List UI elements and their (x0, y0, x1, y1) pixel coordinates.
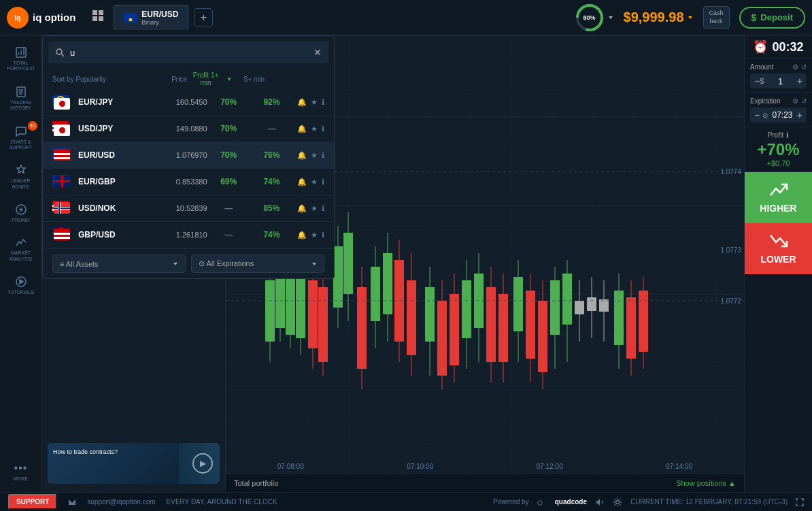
right-panel: ⏰ 00:32 Amount ⚙ ↺ − $ 1 + Expi (744, 35, 812, 492)
sort-label[interactable]: Sort by Popularity (52, 76, 106, 83)
profit5min-header[interactable]: 5+ min (244, 76, 265, 83)
search-row-pair: EUR/JPY (78, 97, 164, 107)
svg-point-23 (56, 49, 62, 54)
search-row-profit1: 70% (207, 97, 250, 107)
search-row-actions: 🔔 ★ ℹ (297, 125, 324, 133)
search-row[interactable]: GBP/USD 1.261810 — 74% 🔔 ★ ℹ (43, 222, 334, 248)
svg-rect-54 (407, 280, 416, 355)
svg-rect-78 (562, 274, 572, 325)
all-expirations-filter[interactable]: ⊙ All Expirations (191, 254, 324, 273)
sidebar-item-portfolio[interactable]: TOTALPORTFOLIO (0, 41, 41, 78)
higher-button[interactable]: HIGHER (745, 172, 812, 223)
search-table-header: Sort by Popularity Price Profit 1+ min ▼… (43, 69, 334, 89)
progress-label: 80% (583, 14, 596, 21)
search-icon (55, 48, 65, 57)
svg-rect-44 (343, 233, 353, 294)
search-row-actions: 🔔 ★ ℹ (297, 231, 324, 240)
sidebar-item-tutorials[interactable]: TUTORIALS (0, 270, 41, 300)
search-row-price: 1.076970 (164, 151, 207, 159)
amount-settings-icon[interactable]: ⚙ (792, 63, 798, 71)
svg-rect-30 (265, 280, 275, 342)
search-row-profit1: 69% (207, 177, 250, 186)
support-button[interactable]: SUPPORT (8, 494, 57, 510)
sound-icon[interactable] (595, 497, 605, 507)
info-icon[interactable]: ℹ (322, 151, 324, 160)
timer-icon: ⏰ (753, 39, 768, 54)
price-label-top: 1.0774 (720, 168, 741, 176)
info-icon[interactable]: ℹ (322, 98, 324, 107)
search-row-pair: USD/JPY (78, 124, 164, 133)
search-row[interactable]: ★ EUR/JPY 160.5450 70% 92% 🔔 ★ ℹ (43, 89, 334, 116)
search-row-price: 160.5450 (164, 98, 207, 106)
svg-rect-70 (513, 277, 523, 331)
info-icon[interactable]: ℹ (322, 231, 324, 240)
expiry-increase-button[interactable]: + (797, 110, 802, 120)
left-panel: EUR/USD ▼ Binary Watchlist 0 Options (42, 35, 226, 492)
search-row[interactable]: USD/JPY 149.0880 70% — 🔔 ★ ℹ (43, 116, 334, 142)
info-icon[interactable]: ℹ (322, 204, 324, 213)
expiration-label: Expiration (750, 97, 780, 105)
star-icon[interactable]: ★ (311, 125, 318, 133)
search-row[interactable]: USD/NOK 10.52839 — 85% 🔔 ★ ℹ (43, 195, 334, 222)
amount-increase-button[interactable]: + (797, 76, 802, 86)
svg-rect-62 (462, 280, 471, 338)
lower-button[interactable]: LOWER (745, 223, 812, 274)
info-icon[interactable]: ℹ (322, 178, 324, 186)
cashback-button[interactable]: Cashback (703, 6, 730, 29)
bell-icon[interactable]: 🔔 (297, 178, 307, 186)
bell-icon[interactable]: 🔔 (297, 125, 307, 133)
bell-icon[interactable]: 🔔 (297, 151, 307, 160)
svg-rect-36 (296, 274, 305, 338)
price-header: Price (171, 76, 187, 83)
expiration-settings-icon[interactable]: ⚙ (792, 97, 798, 105)
star-icon[interactable]: ★ (311, 98, 318, 107)
grid-icon[interactable] (88, 5, 108, 29)
assets-chevron-icon (173, 261, 178, 267)
active-tab[interactable]: EUR/USD Binary (114, 5, 188, 30)
star-icon[interactable]: ★ (311, 178, 318, 186)
current-time: CURRENT TIME: 12 FEBRUARY, 07:21:59 (UTC… (630, 498, 788, 506)
sidebar-label-market: MARKETANALYSIS (10, 250, 33, 262)
svg-rect-3 (99, 10, 103, 15)
sidebar-item-chats[interactable]: 40 CHATS &SUPPORT (0, 120, 41, 156)
star-icon[interactable]: ★ (311, 231, 318, 240)
expiry-decrease-button[interactable]: − (754, 110, 760, 120)
star-icon[interactable]: ★ (311, 151, 318, 160)
clock-icon: ⊙ (762, 112, 768, 119)
search-row[interactable]: ★ EUR/GBP 0.853380 69% 74% 🔔 ★ ℹ (43, 169, 334, 195)
fullscreen-icon[interactable] (796, 498, 804, 506)
expiration-refresh-icon[interactable]: ↺ (801, 97, 807, 105)
settings-icon[interactable] (613, 497, 622, 507)
profit-percentage: +70% (750, 140, 807, 159)
sidebar-item-leaderboard[interactable]: LEADERBOARD (0, 159, 41, 195)
search-row[interactable]: ★ EUR/USD 1.076970 70% 76% 🔔 ★ ℹ (43, 142, 334, 169)
total-portfolio-label: Total portfolio (234, 479, 278, 487)
svg-rect-48 (371, 267, 380, 321)
sidebar-item-market[interactable]: MARKETANALYSIS (0, 231, 41, 267)
sidebar-item-promo[interactable]: PROMO (0, 198, 41, 228)
all-assets-filter[interactable]: ≡ All Assets (52, 254, 186, 273)
search-row-actions: 🔔 ★ ℹ (297, 98, 324, 107)
add-tab-button[interactable]: + (194, 8, 213, 27)
bell-icon[interactable]: 🔔 (297, 98, 307, 107)
bell-icon[interactable]: 🔔 (297, 231, 307, 240)
star-icon[interactable]: ★ (311, 204, 318, 213)
search-input[interactable] (70, 48, 308, 58)
amount-decrease-button[interactable]: − (754, 76, 760, 86)
support-email[interactable]: support@iqoption.com (87, 498, 155, 506)
video-card[interactable]: How to trade contracts? ▶ (48, 443, 220, 484)
info-icon[interactable]: ℹ (322, 125, 324, 133)
profit1min-header[interactable]: Profit 1+ min (187, 71, 224, 86)
show-positions-button[interactable]: Show positions ▲ (676, 479, 736, 487)
sidebar-item-more[interactable]: ••• MORE (0, 457, 41, 487)
deposit-button[interactable]: $ Deposit (739, 7, 805, 29)
balance-display[interactable]: $9,999.98 (624, 10, 694, 25)
bell-icon[interactable]: 🔔 (297, 204, 307, 213)
search-box: ✕ (48, 42, 328, 63)
logo-text: iq option (33, 12, 75, 23)
sidebar-item-history[interactable]: TRADINGHISTORY (0, 80, 41, 117)
amount-refresh-icon[interactable]: ↺ (801, 63, 807, 71)
amount-section: Amount ⚙ ↺ − $ 1 + (745, 59, 812, 93)
cashback-progress[interactable]: 80% (575, 3, 614, 33)
search-clear-button[interactable]: ✕ (314, 47, 322, 58)
